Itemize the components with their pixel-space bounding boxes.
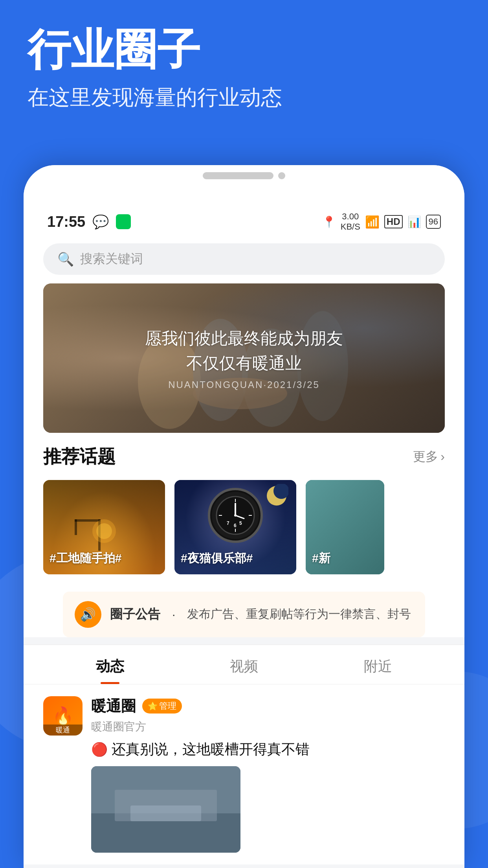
banner-main-text: 愿我们彼此最终能成为朋友 [145, 326, 343, 351]
search-bar[interactable]: 🔍 搜索关键词 [43, 243, 445, 275]
feed-avatar[interactable]: 🔥 暖通 [43, 696, 83, 736]
tab-dongtai-label: 动态 [96, 658, 124, 674]
status-time: 17:55 [47, 213, 85, 230]
network-speed: 3.00KB/S [341, 211, 360, 232]
clock-face: 6 7 5 [212, 492, 259, 539]
svg-text:5: 5 [239, 520, 242, 526]
feed-badge: ⭐ 管理 [142, 699, 182, 714]
battery-indicator: 96 [426, 215, 441, 229]
announcement-section: 🔊 圈子公告 · 发布广告、重复刷帖等行为一律禁言、封号 [63, 592, 425, 637]
status-right: 📍 3.00KB/S 📶 HD 📊 96 [322, 211, 441, 232]
topic-card-1[interactable]: #工地随手拍# [43, 480, 165, 574]
svg-text:6: 6 [234, 523, 237, 528]
topic-label-1: #工地随手拍# [50, 550, 159, 566]
badge-manage-label: 管理 [159, 700, 176, 712]
avatar-label: 暖通 [43, 725, 83, 736]
svg-text:7: 7 [227, 520, 229, 526]
feed-post-content: 还真别说，这地暖槽开得真不错 [112, 740, 310, 759]
avatar-flame-icon: 🔥 [52, 706, 74, 726]
clock-illustration: 6 7 5 [208, 488, 263, 543]
announcement-wrapper: 🔊 圈子公告 · 发布广告、重复刷帖等行为一律禁言、封号 [24, 582, 464, 637]
topics-title: 推荐话题 [43, 445, 116, 469]
hero-title: 行业圈子 [28, 24, 460, 75]
feed-post-text: 🔴 还真别说，这地暖槽开得真不错 [91, 740, 445, 759]
moon-icon [265, 484, 288, 508]
search-container: 🔍 搜索关键词 [24, 236, 464, 283]
banner-text-overlay: 愿我们彼此最终能成为朋友 不仅仅有暖通业 NUANTONGQUAN·2021/3… [145, 326, 343, 390]
topic-card-3[interactable]: #新 [306, 480, 384, 574]
svg-rect-6 [75, 519, 101, 522]
tab-active-underline [101, 682, 119, 684]
feed-fire-icon: 🔴 [91, 741, 108, 757]
svg-point-9 [96, 523, 112, 539]
topics-section: 推荐话题 更多 › #工地随手拍# [24, 433, 464, 582]
tab-shipin[interactable]: 视频 [177, 657, 311, 684]
tabs-section: 动态 视频 附近 [24, 645, 464, 684]
feed-item-1: 🔥 暖通 暖通圈 ⭐ 管理 暖通圈官方 🔴 还真别说，这地暖槽开得真不错 [43, 696, 445, 853]
topic-label-3: #新 [312, 550, 378, 566]
topics-row: #工地随手拍# [43, 480, 445, 574]
announcement-dot: · [172, 608, 175, 621]
tab-fujin-label: 附近 [364, 658, 392, 674]
hero-section: 行业圈子 在这里发现海量的行业动态 [28, 24, 460, 112]
wifi-icon: 📶 [365, 215, 380, 229]
status-bar: 17:55 💬 📍 3.00KB/S 📶 HD 📊 96 [24, 204, 464, 236]
feed-section: 🔥 暖通 暖通圈 ⭐ 管理 暖通圈官方 🔴 还真别说，这地暖槽开得真不错 [24, 684, 464, 864]
banner-section: 愿我们彼此最终能成为朋友 不仅仅有暖通业 NUANTONGQUAN·2021/3… [24, 283, 464, 433]
notch-dot [278, 172, 285, 179]
crane-illustration [43, 515, 165, 555]
more-label: 更多 [413, 448, 438, 465]
notch-bar [203, 172, 285, 179]
tab-dongtai[interactable]: 动态 [43, 657, 177, 684]
topic-card-2[interactable]: 6 7 5 #夜猫俱乐部# [174, 480, 296, 574]
notch-pill [203, 172, 273, 179]
badge-star-icon: ⭐ [148, 701, 158, 711]
battery-level: 96 [429, 217, 438, 226]
feed-username[interactable]: 暖通圈 [91, 696, 136, 716]
announcement-icon: 🔊 [75, 601, 101, 628]
feed-header: 暖通圈 ⭐ 管理 [91, 696, 445, 716]
announcement-title: 圈子公告 [110, 606, 160, 623]
topic-label-2: #夜猫俱乐部# [181, 550, 290, 566]
svg-rect-7 [75, 519, 77, 535]
banner-image[interactable]: 愿我们彼此最终能成为朋友 不仅仅有暖通业 NUANTONGQUAN·2021/3… [43, 283, 445, 433]
search-placeholder-text: 搜索关键词 [80, 250, 143, 268]
feed-preview-image [91, 766, 240, 853]
signal-icon: 📊 [407, 215, 421, 228]
topics-more-button[interactable]: 更多 › [413, 448, 445, 465]
feed-image-preview[interactable] [91, 766, 240, 853]
tab-fujin[interactable]: 附近 [311, 657, 445, 684]
phone-mockup: 17:55 💬 📍 3.00KB/S 📶 HD 📊 96 🔍 搜索关键词 [24, 165, 464, 868]
feed-sub-text: 暖通圈官方 [91, 719, 445, 734]
hd-icon: HD [384, 215, 403, 228]
hero-subtitle: 在这里发现海量的行业动态 [28, 83, 460, 112]
search-icon: 🔍 [57, 251, 74, 267]
feed-content: 暖通圈 ⭐ 管理 暖通圈官方 🔴 还真别说，这地暖槽开得真不错 [91, 696, 445, 853]
phone-top-bar [24, 165, 464, 204]
announcement-text: 发布广告、重复刷帖等行为一律禁言、封号 [187, 606, 411, 622]
chevron-right-icon: › [440, 449, 445, 464]
topics-header: 推荐话题 更多 › [43, 445, 445, 469]
location-icon: 📍 [322, 215, 336, 228]
app-icon [116, 214, 131, 229]
message-icon: 💬 [92, 214, 109, 230]
banner-second-text: 不仅仅有暖通业 [145, 351, 343, 375]
tab-shipin-label: 视频 [230, 658, 258, 674]
banner-sub-text: NUANTONGQUAN·2021/3/25 [145, 379, 343, 390]
svg-rect-26 [130, 805, 201, 821]
